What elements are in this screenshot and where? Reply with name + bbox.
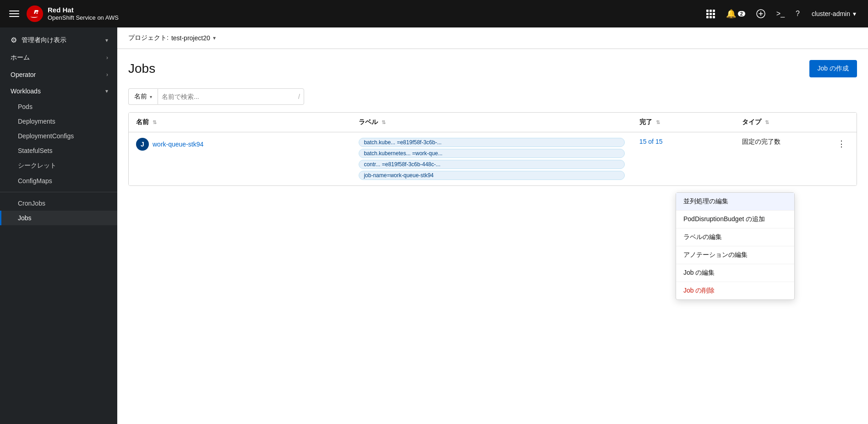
job-name-link[interactable]: J work-queue-stk94 [136,138,344,151]
sort-icon-labels: ⇅ [382,120,386,125]
job-type: 固定の完了数 [742,138,781,145]
sidebar-sub-item-secrets[interactable]: シークレット [0,158,117,174]
admin-chevron-icon: ▾ [105,37,108,43]
label-badge-1[interactable]: batch.kubernetes... =work-que... [359,149,624,158]
sidebar-workloads-label: Workloads [11,87,41,95]
job-name: work-queue-stk94 [153,141,203,148]
apps-grid-button[interactable] [703,7,719,21]
sidebar-item-home[interactable]: ホーム › [0,49,117,66]
filter-slash: / [298,93,300,100]
context-menu-item-pdb[interactable]: PodDisruptionBudget の追加 [676,211,794,228]
job-name-cell: J work-queue-stk94 [129,132,351,186]
sidebar-home-label: ホーム [11,54,30,62]
sort-icon-type: ⇅ [765,120,769,125]
sidebar-operator-label: Operator [11,71,36,78]
context-menu-item-edit-labels[interactable]: ラベルの編集 [676,228,794,246]
sidebar-sub-item-deployments[interactable]: Deployments [0,114,117,129]
create-job-button[interactable]: Job の作成 [809,60,857,77]
help-button[interactable]: ? [792,7,803,21]
label-badge-0[interactable]: batch.kube... =e819f58f-3c6b-... [359,138,624,147]
sidebar-item-admin[interactable]: ⚙ 管理者向け表示 ▾ [0,31,117,49]
jobs-table-wrapper: 名前 ⇅ ラベル ⇅ 完了 ⇅ [128,112,857,186]
filter-dropdown-label: 名前 [134,92,147,101]
sidebar-item-operator[interactable]: Operator › [0,66,117,83]
context-menu-item-delete-job[interactable]: Job の削除 [676,282,794,299]
page-content: Jobs Job の作成 名前 ▾ / 名 [117,49,868,197]
terminal-icon: >_ [776,10,785,18]
sidebar-sub-item-jobs[interactable]: Jobs [0,211,117,225]
sidebar-sub-item-deploymentconfigs[interactable]: DeploymentConfigs [0,129,117,143]
filter-search-input[interactable] [162,93,296,100]
hamburger-button[interactable] [7,9,21,19]
terminal-button[interactable]: >_ [773,7,788,21]
help-icon: ? [796,10,800,18]
label-badge-2[interactable]: contr... =e819f58f-3c6b-448c-... [359,160,624,169]
topnav: Red Hat OpenShift Service on AWS 🔔 2 >_ … [0,0,868,27]
sidebar-sub-item-cronjobs[interactable]: CronJobs [0,196,117,211]
page-header: Jobs Job の作成 [128,60,857,77]
column-header-name[interactable]: 名前 ⇅ [129,113,351,132]
column-header-type[interactable]: タイプ ⇅ [735,113,826,132]
sidebar-admin-label: 管理者向け表示 [22,36,66,44]
home-chevron-icon: › [106,54,108,61]
labels-container: batch.kube... =e819f58f-3c6b-... batch.k… [359,138,624,180]
sidebar-sub-item-pods[interactable]: Pods [0,99,117,114]
job-completion: 15 of 15 [639,138,663,145]
topnav-icons: 🔔 2 >_ ? cluster-admin ▾ [703,6,861,22]
column-header-completion[interactable]: 完了 ⇅ [632,113,735,132]
job-icon: J [136,138,149,151]
project-name: test-project20 [171,34,210,42]
sidebar-sub-item-statefulsets[interactable]: StatefulSets [0,143,117,158]
sidebar-divider [0,192,117,192]
grid-icon [706,10,715,18]
sort-icon-name: ⇅ [153,120,157,125]
notifications-button[interactable]: 🔔 2 [722,6,749,22]
brand-logo-area: Red Hat OpenShift Service on AWS [27,5,119,22]
sidebar-sub-item-configmaps[interactable]: ConfigMaps [0,174,117,188]
sidebar: ⚙ 管理者向け表示 ▾ ホーム › Operator › Workloads ▾… [0,27,117,424]
context-menu-item-parallelism[interactable]: 並列処理の編集 [676,193,794,211]
table-row: J work-queue-stk94 batch.kube... =e819f5… [129,132,857,186]
job-type-cell: 固定の完了数 [735,132,826,186]
table-header-row: 名前 ⇅ ラベル ⇅ 完了 ⇅ [129,113,857,132]
context-menu-item-edit-job[interactable]: Job の編集 [676,264,794,282]
filter-input-wrapper: / [158,88,304,105]
context-menu: 並列処理の編集 PodDisruptionBudget の追加 ラベルの編集 ア… [676,192,795,300]
jobs-table: 名前 ⇅ ラベル ⇅ 完了 ⇅ [129,113,857,185]
operator-chevron-icon: › [106,71,108,78]
notifications-badge: 2 [738,11,745,16]
add-button[interactable] [753,6,769,21]
project-prefix: プロジェクト: [128,34,169,42]
plus-icon [756,9,765,18]
user-menu-button[interactable]: cluster-admin ▾ [807,7,861,20]
filter-dropdown[interactable]: 名前 ▾ [128,88,158,105]
column-header-labels[interactable]: ラベル ⇅ [351,113,632,132]
sidebar-item-workloads[interactable]: Workloads ▾ [0,83,117,99]
filter-chevron-icon: ▾ [150,94,152,99]
sort-icon-completion: ⇅ [656,120,660,125]
brand-name: Red Hat [48,6,119,14]
redhat-logo-icon [27,5,43,22]
project-selector[interactable]: プロジェクト: test-project20 ▾ [128,34,216,42]
project-chevron-icon: ▾ [213,35,216,41]
user-name: cluster-admin [812,10,850,17]
context-menu-item-edit-annotations[interactable]: アノテーションの編集 [676,246,794,264]
gear-icon: ⚙ [11,36,17,44]
brand-subtitle: OpenShift Service on AWS [48,14,119,22]
user-chevron-icon: ▾ [853,10,856,17]
project-bar: プロジェクト: test-project20 ▾ [117,27,868,49]
job-actions-cell: ⋮ [826,132,857,186]
label-badge-3[interactable]: job-name=work-queue-stk94 [359,171,624,180]
job-labels-cell: batch.kube... =e819f58f-3c6b-... batch.k… [351,132,632,186]
workloads-chevron-icon: ▾ [105,88,108,94]
job-completion-cell: 15 of 15 [632,132,735,186]
page-title: Jobs [128,61,155,76]
row-kebab-button[interactable]: ⋮ [834,138,849,150]
sidebar-section-admin: ⚙ 管理者向け表示 ▾ [0,31,117,49]
filter-bar: 名前 ▾ / [128,88,857,105]
